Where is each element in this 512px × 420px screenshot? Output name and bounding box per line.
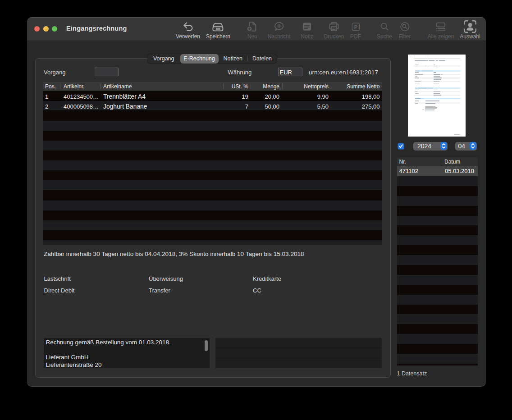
svg-text:P: P — [354, 24, 357, 29]
